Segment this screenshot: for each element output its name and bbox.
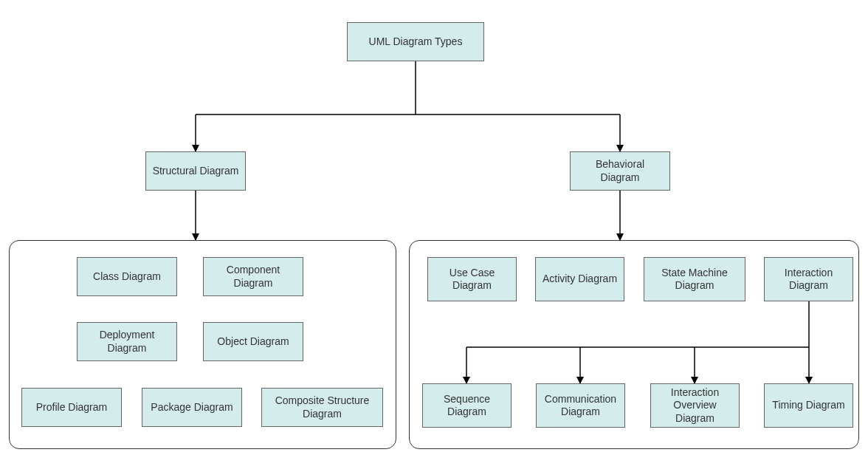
node-label: Structural Diagram (153, 165, 239, 178)
node-object: Object Diagram (203, 322, 303, 361)
node-label: Sequence Diagram (427, 393, 506, 419)
node-label: Package Diagram (151, 401, 232, 414)
node-sequence: Sequence Diagram (422, 383, 512, 428)
node-label: Component Diagram (208, 264, 298, 290)
node-package: Package Diagram (142, 388, 242, 427)
node-label: Activity Diagram (542, 273, 617, 286)
node-composite: Composite Structure Diagram (261, 388, 383, 427)
node-root: UML Diagram Types (347, 22, 484, 61)
node-label: Class Diagram (93, 270, 161, 284)
node-label: Composite Structure Diagram (266, 394, 378, 420)
node-label: Use Case Diagram (433, 267, 512, 293)
node-timing: Timing Diagram (764, 383, 853, 428)
node-activity: Activity Diagram (535, 257, 624, 301)
node-label: State Machine Diagram (649, 267, 740, 293)
node-label: Behavioral Diagram (575, 158, 665, 184)
node-component: Component Diagram (203, 257, 303, 296)
node-communication: Communication Diagram (536, 383, 625, 428)
node-profile: Profile Diagram (21, 388, 122, 427)
node-label: Object Diagram (217, 335, 289, 349)
node-interaction: Interaction Diagram (764, 257, 853, 301)
node-label: UML Diagram Types (369, 35, 463, 49)
node-label: Interaction Diagram (769, 267, 848, 293)
node-usecase: Use Case Diagram (427, 257, 517, 301)
node-statemachine: State Machine Diagram (644, 257, 745, 301)
node-behavioral: Behavioral Diagram (570, 151, 670, 191)
node-label: Interaction Overview Diagram (655, 386, 734, 425)
node-deployment: Deployment Diagram (77, 322, 177, 361)
node-interaction-overview: Interaction Overview Diagram (650, 383, 740, 428)
node-label: Deployment Diagram (82, 329, 172, 355)
node-label: Communication Diagram (541, 393, 620, 419)
node-class: Class Diagram (77, 257, 177, 296)
node-label: Timing Diagram (772, 399, 844, 412)
node-label: Profile Diagram (36, 401, 107, 414)
node-structural: Structural Diagram (145, 151, 246, 191)
